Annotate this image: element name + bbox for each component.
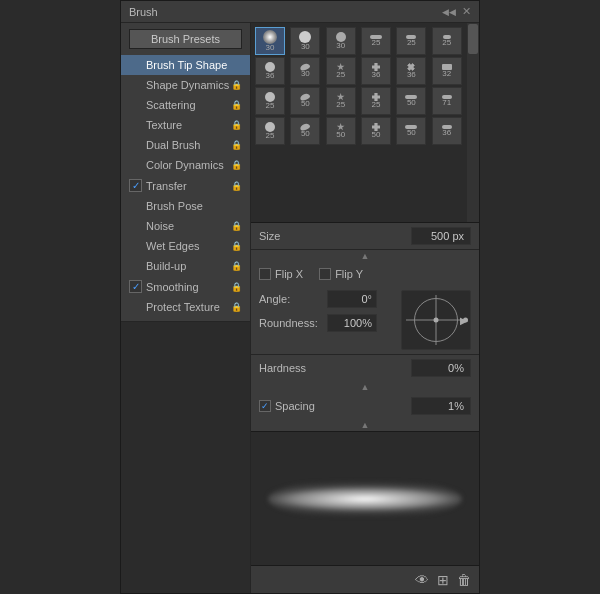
preset-item[interactable]: 50 [396,87,426,115]
preset-number: 25 [372,39,381,47]
sidebar-label-texture: Texture [146,119,182,131]
sidebar-item-dual-brush[interactable]: Dual Brush🔒 [121,135,250,155]
arrow-right-icon: ▶ [460,315,468,326]
lock-icon-build-up: 🔒 [231,261,242,271]
preset-item[interactable]: 25 [326,87,356,115]
brush-stroke-preview [268,479,462,519]
preset-number: 50 [301,130,310,138]
preset-number: 30 [301,43,310,51]
preset-item[interactable]: 32 [432,57,462,85]
checkbox-transfer[interactable] [129,179,142,192]
flip-y-item[interactable]: Flip Y [319,268,363,280]
preset-item[interactable]: 36 [255,57,285,85]
flip-y-checkbox[interactable] [319,268,331,280]
preset-item[interactable]: 50 [290,87,320,115]
checkbox-smoothing[interactable] [129,280,142,293]
lock-icon-transfer: 🔒 [231,181,242,191]
sidebar-item-build-up[interactable]: Build-up🔒 [121,256,250,276]
lock-icon-noise: 🔒 [231,221,242,231]
preset-item[interactable]: 30 [255,27,285,55]
sidebar-label-brush-tip-shape: Brush Tip Shape [146,59,227,71]
preset-number: 30 [266,44,275,52]
brush-preview-area [251,431,479,565]
brush-angle-canvas[interactable]: ▶ [401,290,471,350]
sidebar-item-scattering[interactable]: Scattering🔒 [121,95,250,115]
sidebar-item-protect-texture[interactable]: Protect Texture🔒 [121,297,250,317]
preset-item[interactable]: 25 [255,117,285,145]
sidebar-item-shape-dynamics[interactable]: Shape Dynamics🔒 [121,75,250,95]
sidebar-item-brush-pose[interactable]: Brush Pose [121,196,250,216]
hardness-label: Hardness [259,362,306,374]
preset-item[interactable]: 36 [432,117,462,145]
preset-item[interactable]: 25 [326,57,356,85]
trash-icon[interactable]: 🗑 [457,572,471,588]
sidebar-item-wet-edges[interactable]: Wet Edges🔒 [121,236,250,256]
spacing-input[interactable] [411,397,471,415]
size-up-arrow[interactable]: ▲ [251,250,479,262]
flip-x-checkbox[interactable] [259,268,271,280]
sidebar-label-transfer: Transfer [146,180,187,192]
left-controls: Angle: Roundness: [259,290,393,350]
roundness-input[interactable] [327,314,377,332]
preset-number: 50 [301,100,310,108]
close-icon[interactable]: ✕ [462,5,471,18]
flip-x-item[interactable]: Flip X [259,268,303,280]
flip-x-label: Flip X [275,268,303,280]
hardness-arrow[interactable]: ▲ [251,381,479,393]
sidebar-item-smoothing[interactable]: Smoothing🔒 [121,276,250,297]
preset-item[interactable]: 50 [326,117,356,145]
sidebar-item-noise[interactable]: Noise🔒 [121,216,250,236]
angle-row: Angle: [259,290,393,308]
preset-number: 30 [336,42,345,50]
spacing-row: Spacing [251,393,479,419]
preset-item[interactable]: 71 [432,87,462,115]
flip-y-label: Flip Y [335,268,363,280]
preset-item[interactable]: 50 [290,117,320,145]
preset-item[interactable]: 50 [361,117,391,145]
brush-presets-button[interactable]: Brush Presets [129,29,242,49]
sidebar-item-brush-tip-shape[interactable]: Brush Tip Shape [121,55,250,75]
panel-title-icons: ◀◀ ✕ [442,5,471,18]
sidebar-item-texture[interactable]: Texture🔒 [121,115,250,135]
preset-item[interactable]: 30 [326,27,356,55]
preset-item[interactable]: 25 [396,27,426,55]
sidebar-label-dual-brush: Dual Brush [146,139,200,151]
preset-number: 50 [407,99,416,107]
collapse-icon[interactable]: ◀◀ [442,7,456,17]
preset-shape [263,30,277,44]
preset-item[interactable]: 25 [432,27,462,55]
hardness-input[interactable] [411,359,471,377]
sidebar-item-transfer[interactable]: Transfer🔒 [121,175,250,196]
preset-item[interactable]: 36 [396,57,426,85]
preset-item[interactable]: 30 [290,27,320,55]
hardness-row: Hardness [251,354,479,381]
grid-icon[interactable]: ⊞ [437,572,449,588]
preset-number: 25 [407,39,416,47]
angle-input[interactable] [327,290,377,308]
preset-number: 32 [442,70,451,78]
presets-area: 3030302525253630253636322550252550712550… [251,23,479,223]
sidebar-item-color-dynamics[interactable]: Color Dynamics🔒 [121,155,250,175]
flip-row: Flip X Flip Y [251,262,479,286]
preset-number: 36 [372,71,381,79]
spacing-arrow[interactable]: ▲ [251,419,479,431]
sidebar-label-build-up: Build-up [146,260,186,272]
spacing-label: Spacing [275,400,411,412]
eye-icon[interactable]: 👁 [415,572,429,588]
preset-item[interactable]: 25 [255,87,285,115]
sidebar-label-wet-edges: Wet Edges [146,240,200,252]
presets-scrollbar[interactable] [467,23,479,222]
preset-item[interactable]: 30 [290,57,320,85]
preset-item[interactable]: 36 [361,57,391,85]
preset-number: 36 [407,71,416,79]
preset-item[interactable]: 25 [361,87,391,115]
lock-icon-protect-texture: 🔒 [231,302,242,312]
roundness-row: Roundness: [259,314,393,332]
preset-item[interactable]: 50 [396,117,426,145]
spacing-checkbox[interactable] [259,400,271,412]
preset-number: 25 [372,101,381,109]
size-input[interactable] [411,227,471,245]
sidebar-label-smoothing: Smoothing [146,281,199,293]
preset-item[interactable]: 25 [361,27,391,55]
main-content: 3030302525253630253636322550252550712550… [251,23,479,593]
